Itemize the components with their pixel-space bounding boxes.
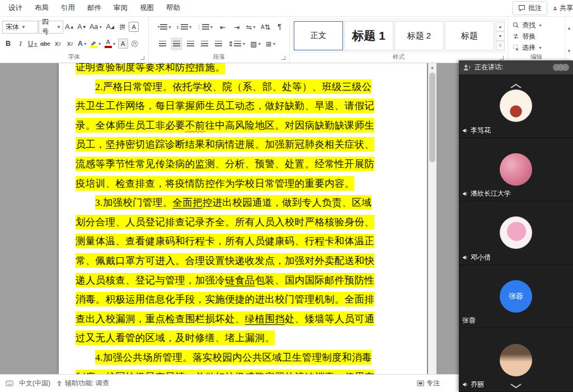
menu-right: 批注 共享 [513, 0, 573, 16]
find-button[interactable]: 查找▼ [510, 20, 562, 31]
sort-button[interactable]: A⇅ [260, 21, 271, 34]
menu-item-设计[interactable]: 设计 [2, 0, 29, 16]
font-size-combobox[interactable]: 四号▼ [39, 21, 63, 34]
document-line: 流感等季节性常见传染病的监测、分析、预警、处置。经常性开展防 [76, 154, 411, 174]
style-标题1[interactable]: 标题 1 [344, 21, 393, 50]
paragraph-group-label: 段落 [213, 53, 225, 60]
gallery-up-button[interactable]: ▲ [496, 22, 505, 31]
menu-bar: 设计布局引用邮件审阅视图帮助 批注 共享 [0, 0, 573, 17]
italic-button[interactable]: I [15, 37, 26, 50]
style-标题2[interactable]: 标题 2 [394, 21, 444, 50]
decrease-indent-button[interactable]: ⇤ [217, 21, 229, 34]
focus-mode-button[interactable]: 专注 [417, 379, 440, 388]
document-line: 制度，校园垃圾日产日清，并做好垃圾盛装容器的清洁消毒。使用空 [76, 367, 411, 375]
replace-button[interactable]: 替换 [510, 31, 562, 42]
participant-name: 潘欣长江大学 [462, 189, 511, 199]
highlight-color-button[interactable]: ▼ [89, 37, 103, 50]
increase-indent-button[interactable]: ⇥ [231, 21, 243, 34]
show-paragraph-marks-button[interactable]: ¶ [274, 21, 285, 34]
participant-name: 邓小倩 [462, 253, 491, 262]
scrollbar-thumb[interactable] [429, 73, 435, 162]
menu-item-引用[interactable]: 引用 [55, 0, 81, 16]
comments-button[interactable]: 批注 [513, 1, 547, 15]
character-border-button[interactable]: A [129, 22, 139, 32]
align-right-button[interactable] [185, 37, 196, 50]
distribute-button[interactable] [213, 37, 224, 50]
document-text[interactable]: 证明查验制度等要求和防控措施。2.严格日常管理。依托学校、院（系、部、处等）、班… [76, 63, 411, 374]
multilevel-list-button[interactable]: ⋮▼ [196, 21, 215, 34]
subscript-button[interactable]: x2 [52, 37, 64, 50]
decrease-font-size-button[interactable]: A▼ [76, 21, 88, 34]
bullet-list-button[interactable]: •▼ [157, 21, 173, 34]
menu-item-邮件[interactable]: 邮件 [81, 0, 107, 16]
accessibility-label: 辅助功能: 调查 [65, 379, 109, 388]
document-line: 测量体温、查看健康码和行程卡，所有人员健康码、行程卡和体温正 [76, 232, 411, 251]
document-line: 常、佩戴口罩方可进入。合理设置快递收发点，加强对外卖配送和快 [76, 251, 411, 271]
chevron-down-icon: ▼ [538, 23, 542, 27]
align-center-button[interactable] [171, 37, 182, 50]
font-color-button[interactable]: A▼ [104, 37, 118, 50]
participant-tile[interactable]: 张蓉张蓉 [459, 265, 573, 329]
justify-button[interactable] [199, 37, 210, 50]
speaking-indicator-icon [556, 64, 569, 71]
document-line: 员工，坚持密切追踪诊断结果和病情进展。加强新冠肺炎相关症状、 [76, 135, 411, 154]
menu-item-布局[interactable]: 布局 [29, 0, 55, 16]
menu-item-视图[interactable]: 视图 [134, 0, 160, 16]
language-indicator[interactable]: 中文(中国) [19, 379, 50, 388]
paragraph-dialog-launcher[interactable] [281, 56, 285, 60]
document-line: 过又无人看管的区域，及时修缮、堵上漏洞。 [76, 328, 411, 348]
scroll-up-chevron-icon[interactable] [510, 81, 522, 90]
style-正文[interactable]: 正文 [294, 21, 343, 50]
comments-label: 批注 [528, 3, 542, 13]
paragraph-group: •▼ 1.▼ ⋮▼ ⇤ ⇥ ⇋▼ A⇅ ¶ ⇕▼ ▨▼ ⊞▼ 段落 [149, 17, 290, 63]
align-left-button[interactable] [157, 37, 168, 50]
share-button[interactable]: 共享 [553, 3, 573, 13]
clear-formatting-button[interactable]: A◢ [104, 21, 116, 34]
style-gallery-scroll: ▲ ▼ ⍗ [496, 22, 505, 50]
styles-dialog-launcher[interactable] [500, 56, 504, 60]
document-line: 查出入校漏洞，重点检查围栏损坏处、绿植围挡处、矮墙等人员可通 [76, 309, 411, 329]
speaker-icon [462, 127, 468, 134]
search-icon [513, 22, 519, 29]
borders-button[interactable]: ⊞▼ [265, 37, 277, 50]
font-name-combobox[interactable]: 宋体▼ [2, 21, 38, 34]
numbered-list-button[interactable]: 1.▼ [175, 21, 194, 34]
style-标题[interactable]: 标题 [445, 21, 494, 50]
document-page[interactable]: 证明查验制度等要求和防控措施。2.严格日常管理。依托学校、院（系、部、处等）、班… [59, 63, 427, 374]
scroll-down-chevron-icon[interactable] [510, 381, 522, 390]
bold-button[interactable]: B [2, 37, 14, 50]
superscript-button[interactable]: x2 [64, 37, 76, 50]
phonetic-guide-button[interactable]: 拼 [116, 21, 128, 34]
line-spacing-button[interactable]: ⇕▼ [227, 37, 247, 50]
increase-font-size-button[interactable]: A▲ [64, 21, 76, 34]
gallery-more-button[interactable]: ⍗ [496, 41, 505, 50]
share-person-icon [553, 5, 557, 12]
keyboard-icon [6, 380, 13, 386]
character-shading-button[interactable]: A [118, 39, 128, 49]
change-case-button[interactable]: Aa▼ [88, 21, 104, 34]
vertical-scrollbar[interactable]: ▲ [428, 63, 436, 374]
gallery-down-button[interactable]: ▼ [496, 31, 505, 41]
participant-tile[interactable]: 邓小倩 [459, 201, 573, 265]
scroll-down-icon[interactable]: ▼ [567, 49, 571, 54]
shading-button[interactable]: ▨▼ [249, 37, 262, 50]
speaker-icon [462, 254, 468, 261]
input-mode-indicator[interactable] [6, 380, 13, 386]
call-panel-header[interactable]: 正在讲话: [459, 60, 573, 74]
underline-button[interactable]: U▼ [27, 37, 39, 50]
accessibility-indicator[interactable]: 辅助功能: 调查 [56, 379, 109, 388]
strikethrough-button[interactable]: abc [39, 37, 51, 50]
document-line: 证明查验制度等要求和防控措施。 [76, 63, 411, 77]
scrollbar-up-arrow[interactable]: ▲ [428, 63, 436, 72]
text-effects-button[interactable]: A▼ [77, 37, 88, 50]
menu-item-审阅[interactable]: 审阅 [107, 0, 134, 16]
participant-name: 乔丽 [462, 380, 484, 389]
participant-tile[interactable]: 潘欣长江大学 [459, 138, 573, 202]
asian-layout-button[interactable]: ⇋▼ [245, 21, 257, 34]
font-group-label: 字体 [68, 53, 80, 60]
enclose-characters-button[interactable]: ㊅ [129, 37, 140, 50]
scroll-up-icon[interactable]: ▲ [567, 26, 571, 31]
font-dialog-launcher[interactable] [140, 56, 144, 60]
menu-item-帮助[interactable]: 帮助 [160, 0, 186, 16]
select-button[interactable]: 选择▼ [510, 42, 562, 53]
